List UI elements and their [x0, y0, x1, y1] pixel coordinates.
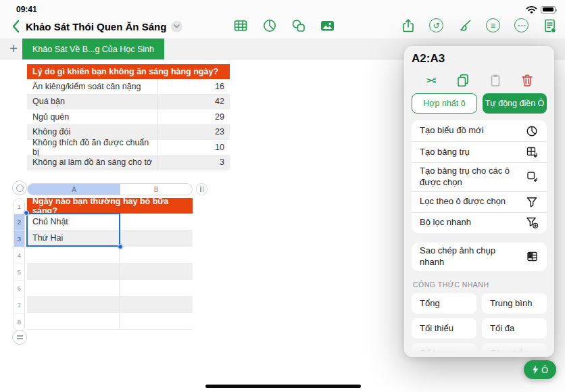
column-header-a[interactable]: A	[28, 184, 120, 195]
undo-glyph: ↺	[433, 22, 439, 30]
cell-b6[interactable]	[120, 280, 193, 296]
formula-max-button[interactable]: Tối đa	[482, 318, 547, 339]
row-number[interactable]: 6	[14, 280, 24, 297]
cell-b5[interactable]	[120, 264, 193, 280]
table-select-handle[interactable]	[12, 180, 27, 195]
menu-item-pivot-selected-cells[interactable]: Tạo bảng trụ cho các ô được chọn	[412, 162, 547, 191]
more-icon[interactable]: ⋯	[514, 18, 529, 33]
row-label-cell[interactable]: Không thích đồ ăn được chuẩn bị	[27, 140, 158, 155]
table-icon[interactable]	[232, 18, 248, 33]
autofill-button[interactable]: Tự động điền Ô	[483, 93, 547, 114]
menu-item-new-chart[interactable]: Tạo biểu đồ mới	[412, 120, 547, 141]
row-label-cell[interactable]: Ngủ quên	[27, 109, 158, 124]
column-header-bar: A B	[27, 183, 193, 195]
days-table: Ngày nào bạn thường hay bỏ bữa sáng? Chủ…	[27, 198, 193, 330]
days-table-header[interactable]: Ngày nào bạn thường hay bỏ bữa sáng?	[27, 198, 193, 214]
table-row	[27, 264, 193, 280]
clipboard-actions: ✂	[412, 72, 547, 89]
quick-formulas-label: CÔNG THỨC NHANH	[413, 280, 545, 289]
menu-item-quick-filter[interactable]: Bộ lọc nhanh	[412, 212, 547, 233]
row-number[interactable]: 8	[14, 314, 24, 330]
shapes-icon[interactable]	[291, 18, 306, 33]
media-icon[interactable]	[320, 18, 335, 33]
row-label-cell[interactable]: Không ai làm đồ ăn sáng cho tớ	[27, 155, 158, 170]
document-title-wrap[interactable]: Khảo Sát Thói Quen Ăn Sáng	[26, 18, 182, 34]
cell-buttons: Hợp nhất ô Tự động điền Ô	[412, 93, 547, 114]
row-number[interactable]: 3	[14, 231, 24, 248]
row-number[interactable]: 4	[14, 247, 24, 264]
row-label-cell[interactable]: Ăn kiêng/kiểm soát cân nặng	[27, 79, 158, 94]
row-number[interactable]: 5	[14, 264, 24, 281]
sheet-tab-label: Khảo Sát Về B...g Của Học Sinh	[32, 45, 154, 54]
reasons-table-header[interactable]: Lý do gì khiến bạn không ăn sáng hàng ng…	[27, 64, 230, 79]
cell-a8[interactable]	[27, 313, 120, 329]
tab-active-sheet[interactable]: Khảo Sát Về B...g Của Học Sinh	[22, 39, 164, 59]
merge-cells-button[interactable]: Hợp nhất ô	[412, 93, 477, 114]
back-button[interactable]	[8, 19, 23, 34]
cell-a4[interactable]	[27, 247, 120, 263]
column-header-b[interactable]: B	[120, 184, 192, 195]
cell-a6[interactable]	[27, 280, 120, 296]
row-number[interactable]: 2	[14, 214, 24, 231]
copy-icon[interactable]	[455, 72, 471, 89]
cell-b2[interactable]	[120, 214, 193, 230]
snapshot-menu: Sao chép ảnh chụp nhanh	[412, 243, 547, 271]
share-icon[interactable]	[400, 18, 416, 33]
formula-sum-button[interactable]: Tổng	[412, 293, 476, 314]
table-row	[27, 247, 193, 264]
pivot-table-icon	[525, 145, 539, 159]
format-brush-icon[interactable]	[457, 18, 472, 33]
chart-icon[interactable]	[262, 18, 277, 33]
cell-a2[interactable]: Chủ Nhật	[27, 214, 120, 230]
document-options-icon[interactable]	[542, 18, 558, 33]
cell-b4[interactable]	[120, 247, 193, 263]
add-column-handle[interactable]	[196, 183, 207, 195]
cut-icon[interactable]: ✂	[423, 72, 439, 89]
formula-count-button[interactable]: Số lượng	[412, 343, 476, 357]
fab-label: Ô	[541, 365, 548, 375]
quick-filter-icon	[525, 216, 539, 230]
cell-b8[interactable]	[120, 313, 193, 329]
bolt-icon	[532, 365, 539, 374]
row-number[interactable]: 1	[14, 199, 24, 214]
action-tools: ↺ ≡ ⋯	[400, 18, 558, 33]
formula-average-button[interactable]: Trung bình	[482, 293, 547, 314]
table-row	[27, 297, 193, 314]
filter-icon	[525, 195, 539, 209]
menu-item-copy-snapshot[interactable]: Sao chép ảnh chụp nhanh	[412, 243, 547, 271]
cell-menu: Tạo biểu đồ mới Tạo bảng trụ Tạo bảng tr…	[412, 120, 547, 233]
table-row	[27, 313, 193, 330]
collaborate-icon[interactable]: ≡	[485, 18, 501, 33]
numbers-app-screen: 09:41 Khảo Sát Thói Quen Ăn Sáng	[0, 0, 565, 392]
row-value-cell[interactable]: 29	[158, 109, 230, 124]
row-value-cell[interactable]: 10	[158, 140, 230, 155]
cell-a7[interactable]	[27, 297, 120, 313]
row-value-cell[interactable]: 23	[158, 125, 230, 140]
formula-min-button[interactable]: Tối thiểu	[412, 318, 476, 339]
row-number[interactable]: 7	[14, 297, 24, 314]
undo-icon[interactable]: ↺	[428, 18, 444, 33]
add-sheet-button[interactable]: +	[5, 39, 22, 59]
cell-b3[interactable]	[120, 230, 193, 247]
row-value-cell[interactable]: 42	[158, 95, 230, 109]
cell-a3[interactable]: Thứ Hai	[27, 230, 120, 247]
table-row: Chủ Nhật	[27, 214, 193, 230]
chevron-down-icon[interactable]	[171, 21, 182, 32]
row-label-cell[interactable]: Quá bận	[27, 95, 158, 109]
cell-actions-popover: A2:A3 ✂	[404, 46, 554, 357]
selection-range-label: A2:A3	[412, 52, 547, 66]
row-value-cell[interactable]: 16	[158, 79, 230, 94]
formula-product-button[interactable]: Sản phẩm	[482, 343, 547, 357]
paste-icon	[487, 72, 503, 89]
menu-item-filter-selected[interactable]: Lọc theo ô được chọn	[412, 191, 547, 212]
cell-b7[interactable]	[120, 297, 193, 313]
row-value-cell[interactable]: 3	[158, 155, 230, 170]
home-indicator[interactable]	[205, 385, 361, 388]
table-row: Không thích đồ ăn được chuẩn bị 10	[27, 140, 230, 155]
menu-item-pivot-table[interactable]: Tạo bảng trụ	[412, 141, 547, 162]
cell-quick-actions-button[interactable]: Ô	[524, 360, 556, 379]
trash-icon[interactable]	[519, 72, 535, 89]
cell-a5[interactable]	[27, 264, 120, 280]
quick-formulas: Tổng Trung bình Tối thiểu Tối đa Số lượn…	[412, 293, 547, 357]
add-row-handle[interactable]	[12, 330, 27, 345]
